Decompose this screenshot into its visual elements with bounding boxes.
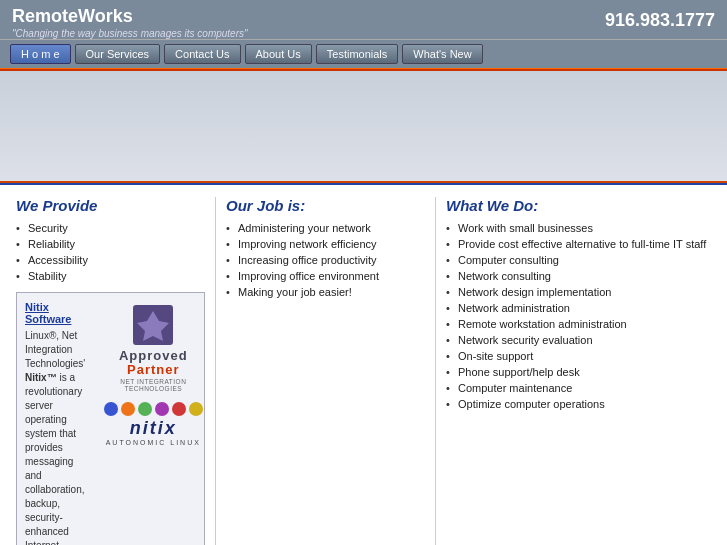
list-item: Phone support/help desk	[446, 366, 711, 378]
list-item: Work with small businesses	[446, 222, 711, 234]
nav-contact-us[interactable]: Contact Us	[164, 44, 240, 64]
hero-banner	[0, 71, 727, 181]
nitix-box: Nitix Software Linux®, Net Integration T…	[16, 292, 205, 545]
list-item: Computer maintenance	[446, 382, 711, 394]
list-item: Network consulting	[446, 270, 711, 282]
header-left: RemoteWorks "Changing the way business m…	[12, 6, 248, 39]
nitix-circles	[104, 402, 203, 416]
circle-green	[138, 402, 152, 416]
site-title: RemoteWorks	[12, 6, 248, 27]
list-item: Administering your network	[226, 222, 425, 234]
col-what-we-do: What We Do: Work with small businesses P…	[436, 197, 711, 545]
list-item: Provide cost effective alternative to fu…	[446, 238, 711, 250]
approved-partner-text: Approved Partner NET INTEGRATION TECHNOL…	[93, 349, 213, 392]
we-provide-list: Security Reliability Accessibility Stabi…	[16, 222, 205, 282]
list-item: Computer consulting	[446, 254, 711, 266]
approved-partner-subtext: NET INTEGRATION TECHNOLOGIES	[93, 378, 213, 392]
partner-icon	[129, 301, 177, 349]
list-item: Accessibility	[16, 254, 205, 266]
site-tagline: "Changing the way business manages its c…	[12, 28, 248, 39]
our-job-heading: Our Job is:	[226, 197, 425, 214]
phone-number: 916.983.1777	[605, 10, 715, 31]
navigation: H o m e Our Services Contact Us About Us…	[0, 39, 727, 68]
circle-orange	[121, 402, 135, 416]
approved-text: Approved	[93, 349, 213, 363]
list-item: Stability	[16, 270, 205, 282]
nav-testimonials[interactable]: Testimonials	[316, 44, 399, 64]
list-item: Improving office environment	[226, 270, 425, 282]
list-item: Network design implementation	[446, 286, 711, 298]
partner-text: Partner	[93, 363, 213, 377]
list-item: Network security evaluation	[446, 334, 711, 346]
nitix-box-inner: Nitix Software Linux®, Net Integration T…	[25, 301, 196, 545]
nitix-description: Linux®, Net Integration Technologies' Ni…	[25, 329, 85, 545]
main-content: We Provide Security Reliability Accessib…	[0, 185, 727, 545]
we-provide-heading: We Provide	[16, 197, 205, 214]
our-job-list: Administering your network Improving net…	[226, 222, 425, 298]
list-item: Network administration	[446, 302, 711, 314]
circle-purple	[155, 402, 169, 416]
col-our-job: Our Job is: Administering your network I…	[216, 197, 436, 545]
nav-home[interactable]: H o m e	[10, 44, 71, 64]
what-we-do-list: Work with small businesses Provide cost …	[446, 222, 711, 410]
list-item: Optimize computer operations	[446, 398, 711, 410]
list-item: On-site support	[446, 350, 711, 362]
nitix-text-area: Nitix Software Linux®, Net Integration T…	[25, 301, 85, 545]
col-we-provide: We Provide Security Reliability Accessib…	[16, 197, 216, 545]
list-item: Making your job easier!	[226, 286, 425, 298]
list-item: Improving network efficiency	[226, 238, 425, 250]
circle-blue	[104, 402, 118, 416]
list-item: Security	[16, 222, 205, 234]
nav-about-us[interactable]: About Us	[245, 44, 312, 64]
nitix-brand-logo: nitix AUTONOMIC LINUX	[104, 402, 203, 446]
list-item: Remote workstation administration	[446, 318, 711, 330]
what-we-do-heading: What We Do:	[446, 197, 711, 214]
page-header: RemoteWorks "Changing the way business m…	[0, 0, 727, 39]
nitix-software-link[interactable]: Nitix Software	[25, 301, 71, 325]
nav-whats-new[interactable]: What's New	[402, 44, 482, 64]
circle-yellow	[189, 402, 203, 416]
nitix-subword: AUTONOMIC LINUX	[106, 439, 201, 446]
nitix-wordmark: nitix	[130, 418, 177, 439]
list-item: Reliability	[16, 238, 205, 250]
circle-red	[172, 402, 186, 416]
nitix-logo-area: Approved Partner NET INTEGRATION TECHNOL…	[93, 301, 213, 545]
approved-partner-badge: Approved Partner NET INTEGRATION TECHNOL…	[93, 301, 213, 392]
list-item: Increasing office productivity	[226, 254, 425, 266]
nav-our-services[interactable]: Our Services	[75, 44, 161, 64]
